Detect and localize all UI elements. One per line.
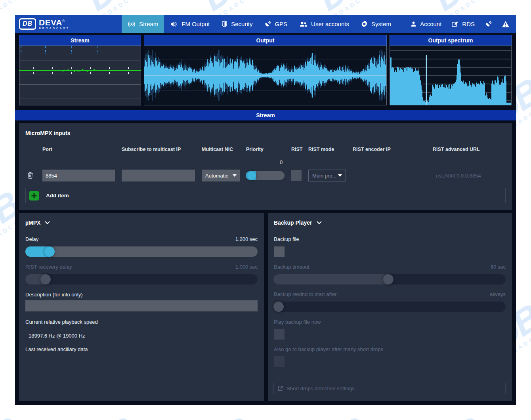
port-input[interactable] bbox=[42, 170, 115, 181]
playback-speed-value: 18997.6 Hz @ 19000 Hz bbox=[29, 333, 85, 339]
umpx-card: µMPX Delay 1.200 sec RIST recovery delay… bbox=[19, 213, 264, 401]
nav-tabs: Stream FM Output Security GPS User accou… bbox=[122, 15, 397, 33]
backup-timeout-slider bbox=[273, 274, 506, 284]
stream-scope-canvas bbox=[19, 46, 141, 105]
chevron-down-icon bbox=[45, 221, 50, 224]
col-header-rist-url: RIST advanced URL bbox=[433, 147, 480, 152]
output-scope-panel: Output bbox=[144, 35, 387, 105]
short-drops-settings-label: Short drops detection settings bbox=[287, 386, 355, 391]
col-header-rist: RIST bbox=[291, 147, 302, 152]
stream-section-header: Stream bbox=[15, 110, 516, 120]
delay-slider-thumb[interactable] bbox=[44, 246, 55, 257]
alarm-status[interactable] bbox=[497, 21, 514, 27]
person-icon bbox=[411, 21, 416, 27]
priority-slider-thumb[interactable] bbox=[247, 171, 256, 180]
stream-scope-panel: Stream bbox=[19, 35, 141, 105]
nic-selected-value: Automatic bbox=[205, 173, 228, 179]
backup-file-label: Backup file bbox=[274, 236, 299, 242]
rist-recovery-delay-label: RIST recovery delay bbox=[25, 264, 72, 270]
registered-mark: ® bbox=[62, 19, 65, 23]
micrompx-inputs-title: MicroMPX inputs bbox=[25, 130, 71, 136]
rist-recovery-delay-slider bbox=[25, 274, 258, 284]
umpx-collapse-toggle[interactable]: µMPX bbox=[25, 220, 50, 226]
backup-timeout-label: Backup timeout bbox=[274, 264, 309, 270]
output-scope-body bbox=[144, 46, 387, 105]
col-header-rist-mode: RIST mode bbox=[308, 147, 334, 152]
col-header-port: Port bbox=[42, 147, 52, 152]
delay-value: 1.200 sec bbox=[235, 236, 258, 242]
play-backup-now-label: Play backup file now bbox=[274, 319, 321, 325]
deva-watermark: DBBROADCAST bbox=[425, 412, 494, 420]
tab-label: Security bbox=[231, 21, 252, 27]
rist-mode-select[interactable]: Main pro... bbox=[308, 170, 346, 181]
rist-mode-selected-value: Main pro... bbox=[312, 173, 336, 179]
tab-label: FM Output bbox=[181, 21, 210, 27]
backup-timeout-fill bbox=[273, 274, 388, 284]
chevron-down-icon bbox=[338, 174, 342, 177]
backup-file-checkbox[interactable] bbox=[274, 246, 285, 257]
antenna-status[interactable] bbox=[480, 21, 497, 27]
backup-player-card: Backup Player Backup file Backup timeout… bbox=[268, 213, 512, 401]
speaker-icon bbox=[170, 21, 178, 27]
tab-user-accounts[interactable]: User accounts bbox=[293, 15, 355, 33]
nav-right: Account RDS bbox=[405, 15, 514, 33]
rist-recovery-delay-value: 1.000 sec bbox=[235, 264, 258, 270]
rds-label: RDS bbox=[462, 21, 475, 27]
tab-gps[interactable]: GPS bbox=[258, 15, 293, 33]
shield-icon bbox=[222, 21, 227, 27]
deva-logo-mark: DB bbox=[19, 18, 36, 30]
broadcast-icon bbox=[128, 21, 136, 27]
delete-row-button[interactable] bbox=[27, 172, 33, 179]
rds-menu[interactable]: RDS bbox=[447, 21, 480, 27]
tab-system[interactable]: System bbox=[355, 15, 397, 33]
short-drops-settings-button[interactable]: Short drops detection settings bbox=[273, 383, 506, 394]
spectrum-scope-title: Output spectrum bbox=[390, 35, 512, 46]
backup-rewind-value: always bbox=[490, 291, 506, 297]
priority-slider[interactable] bbox=[246, 171, 285, 180]
backup-title: Backup Player bbox=[274, 220, 312, 226]
rist-checkbox[interactable] bbox=[291, 170, 302, 181]
plus-icon bbox=[29, 191, 39, 200]
account-menu[interactable]: Account bbox=[405, 21, 447, 27]
deva-watermark: DBBROADCAST bbox=[78, 412, 147, 420]
description-label: Description (for info only) bbox=[25, 292, 83, 298]
delay-label: Delay bbox=[25, 236, 38, 242]
umpx-title: µMPX bbox=[25, 220, 40, 226]
tab-fm-output[interactable]: FM Output bbox=[164, 15, 216, 33]
satellite-icon bbox=[264, 21, 271, 27]
tab-label: GPS bbox=[275, 21, 287, 27]
output-waveform-canvas bbox=[144, 46, 386, 105]
chevron-down-icon bbox=[233, 174, 237, 177]
tab-security[interactable]: Security bbox=[216, 15, 258, 33]
play-backup-now-checkbox bbox=[274, 329, 285, 340]
description-input[interactable] bbox=[25, 300, 258, 311]
tab-label: Stream bbox=[139, 21, 158, 27]
deva-watermark: DBBROADCAST bbox=[0, 412, 31, 420]
col-header-nic: Multicast NIC bbox=[202, 147, 233, 152]
ancillary-data-label: Last received ancillary data bbox=[25, 346, 88, 352]
backup-timeout-value: 60 sec bbox=[491, 264, 506, 270]
edit-icon bbox=[452, 21, 458, 27]
backup-rewind-label: Backup rewind to start after bbox=[274, 291, 336, 297]
deva-logo-sub: BROADCAST bbox=[39, 27, 69, 30]
delay-slider[interactable] bbox=[25, 246, 258, 257]
deva-logo: DB DEVA® BROADCAST bbox=[19, 17, 69, 30]
multicast-ip-input[interactable] bbox=[122, 170, 195, 181]
tab-stream[interactable]: Stream bbox=[122, 15, 164, 33]
deva-watermark: DBBROADCAST bbox=[309, 412, 378, 420]
backup-collapse-toggle[interactable]: Backup Player bbox=[274, 220, 322, 226]
deva-logo-name: DEVA® bbox=[39, 17, 69, 26]
backup-timeout-thumb bbox=[383, 274, 393, 284]
micrompx-inputs-card: MicroMPX inputs Port Subscribe to multic… bbox=[19, 123, 512, 210]
playback-speed-label: Current relative playback speed bbox=[25, 319, 98, 325]
screen: DBBROADCASTDBBROADCASTDBBROADCASTDBBROAD… bbox=[0, 0, 531, 420]
multicast-nic-select[interactable]: Automatic bbox=[202, 170, 240, 181]
add-item-button[interactable]: Add item bbox=[25, 188, 506, 203]
spectrum-canvas bbox=[390, 46, 511, 105]
trash-icon bbox=[27, 172, 33, 179]
antenna-icon bbox=[485, 21, 492, 27]
short-drops-checkbox bbox=[274, 356, 285, 367]
chevron-down-icon bbox=[317, 221, 322, 224]
short-drops-label: Also go to backup player after many shor… bbox=[274, 346, 383, 352]
gear-icon bbox=[361, 21, 368, 27]
